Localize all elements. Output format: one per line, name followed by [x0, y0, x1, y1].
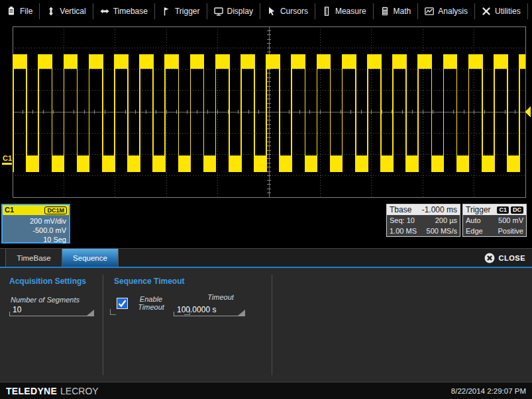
brand-primary: TELEDYNE: [6, 386, 57, 396]
tab-timebase[interactable]: TimeBase: [5, 249, 62, 267]
timebase-descriptor[interactable]: Tbase -1.000 ms Seq: 10 200 µs 1.00 MS 5…: [386, 204, 460, 237]
close-button[interactable]: CLOSE: [484, 249, 525, 267]
enable-timeout-label: Enable Timeout: [134, 295, 168, 311]
acquisition-settings-title: Acquisition Settings: [9, 277, 86, 286]
menu-item-support[interactable]: Support: [528, 0, 532, 22]
menu-label: Vertical: [60, 7, 85, 16]
cursors-icon: [267, 7, 276, 16]
timebase-title: Tbase: [390, 205, 411, 214]
menu-label: Timebase: [113, 7, 148, 16]
timeout-value: 100.0000 s: [177, 305, 216, 314]
number-of-segments-label: Number of Segments: [11, 296, 80, 304]
dialog-tabs: TimeBase Sequence: [5, 249, 119, 267]
vertical-icon: [46, 7, 56, 16]
sequence-timeout-title: Sequence Timeout: [114, 277, 184, 286]
close-icon: [484, 253, 495, 263]
panel-divider: [103, 275, 103, 375]
checkmark-icon: [117, 298, 127, 308]
trigger-header: Trigger C1 DC: [463, 204, 526, 215]
menu-item-cursors[interactable]: Cursors: [260, 0, 315, 22]
trigger-slope: Positive: [498, 226, 523, 236]
timebase-time-div: 200 µs: [435, 215, 457, 226]
menu-item-measure[interactable]: Measure: [315, 0, 373, 22]
number-of-segments-value: 10: [13, 305, 21, 314]
enable-label-line1: Enable: [140, 295, 162, 303]
trigger-mode: Auto: [466, 215, 481, 226]
trigger-source-badge: C1: [497, 206, 509, 214]
timebase-sample-rate: 500 MS/s: [427, 226, 457, 236]
channel-c1-body: 200 mV/div -500.0 mV 10 Seg: [3, 215, 69, 244]
menu-item-display[interactable]: Display: [207, 0, 260, 22]
status-bar: TELEDYNELECROY 8/22/2014 2:29:07 PM: [0, 382, 532, 399]
trigger-coupling-badge: DC: [511, 206, 523, 214]
timebase-header: Tbase -1.000 ms: [387, 204, 460, 215]
measure-icon: [322, 7, 331, 16]
datetime-display: 8/22/2014 2:29:07 PM: [451, 387, 526, 395]
menu-item-trigger[interactable]: Trigger: [155, 0, 207, 22]
timeout-label: Timeout: [194, 293, 247, 301]
channel-trace-label: C1: [3, 154, 12, 162]
menu-item-math[interactable]: Math: [374, 0, 418, 22]
menu-label: Measure: [335, 7, 366, 16]
channel-segments: 10 Seg: [3, 235, 66, 244]
field-corner-mark: [110, 309, 116, 315]
analysis-icon: [425, 7, 434, 16]
file-icon: [7, 6, 16, 16]
display-icon: [214, 7, 223, 16]
menu-item-analysis[interactable]: Analysis: [418, 0, 474, 22]
enable-timeout-checkbox[interactable]: [117, 298, 128, 309]
trigger-title: Trigger: [466, 205, 491, 214]
timeout-field[interactable]: 100.0000 s: [174, 304, 245, 316]
dialog-tab-bar: TimeBase Sequence CLOSE: [0, 248, 532, 268]
menu-label: Display: [227, 7, 253, 16]
tab-sequence[interactable]: Sequence: [62, 249, 119, 267]
menu-label: Trigger: [175, 7, 200, 16]
channel-name: C1: [5, 205, 14, 215]
timebase-seq: Seq: 10: [390, 215, 415, 226]
menu-bar: File Vertical Timebase Trigger Display C…: [0, 0, 532, 22]
menu-item-file[interactable]: File: [0, 0, 39, 22]
channel-volts-div: 200 mV/div: [3, 216, 66, 226]
menu-label: File: [20, 7, 32, 16]
trigger-row: Edge Positive: [463, 226, 526, 236]
timebase-delay: -1.000 ms: [422, 205, 457, 214]
timebase-icon: [100, 7, 109, 16]
channel-c1-header: C1 DC1M: [3, 205, 69, 215]
trigger-descriptor[interactable]: Trigger C1 DC Auto 500 mV Edge Positive: [462, 204, 527, 237]
brand-secondary: LECROY: [60, 386, 99, 396]
trigger-icon: [162, 7, 171, 16]
number-of-segments-field[interactable]: 10: [9, 304, 94, 316]
trigger-badges: C1 DC: [497, 206, 523, 214]
menu-item-timebase[interactable]: Timebase: [93, 0, 154, 22]
channel-coupling-badge: DC1M: [44, 206, 67, 214]
menu-label: Cursors: [280, 7, 308, 16]
channel-c1-descriptor[interactable]: C1 DC1M 200 mV/div -500.0 mV 10 Seg: [1, 204, 70, 244]
oscilloscope-screen: File Vertical Timebase Trigger Display C…: [0, 0, 532, 399]
menu-label: Utilities: [495, 7, 521, 16]
close-label: CLOSE: [499, 254, 525, 262]
scope-display[interactable]: C1: [0, 22, 532, 202]
timebase-samples: 1.00 MS: [390, 226, 417, 236]
utilities-icon: [482, 7, 491, 16]
teledyne-lecroy-logo: TELEDYNELECROY: [6, 386, 99, 396]
sequence-panel: Acquisition Settings Number of Segments …: [0, 268, 532, 382]
timebase-row: Seq: 10 200 µs: [387, 215, 460, 226]
menu-item-vertical[interactable]: Vertical: [40, 0, 92, 22]
enable-label-line2: Timeout: [138, 303, 164, 311]
menu-label: Analysis: [438, 7, 468, 16]
scope-svg: C1: [0, 22, 532, 202]
math-icon: [380, 7, 390, 16]
panel-divider: [272, 275, 272, 375]
trigger-level: 500 mV: [498, 215, 523, 226]
trigger-row: Auto 500 mV: [463, 215, 526, 226]
descriptor-strip: C1 DC1M 200 mV/div -500.0 mV 10 Seg Tbas…: [0, 202, 532, 248]
channel-offset: -500.0 mV: [3, 226, 66, 235]
trigger-type: Edge: [466, 226, 483, 236]
menu-item-utilities[interactable]: Utilities: [475, 0, 527, 22]
menu-label: Math: [394, 7, 411, 16]
timebase-row: 1.00 MS 500 MS/s: [387, 226, 460, 236]
